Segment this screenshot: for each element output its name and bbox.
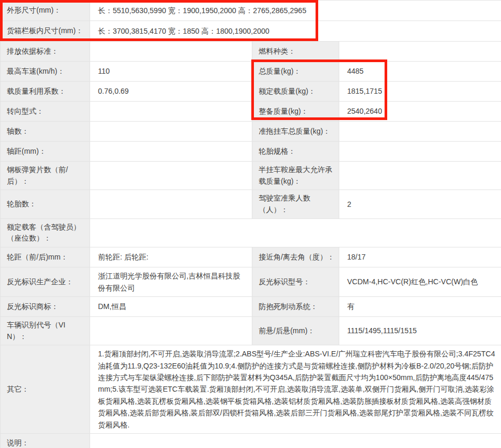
label-approach-departure-angle: 接近角/离去角（度）： [252, 247, 339, 267]
label-cab-passengers: 驾驶室准乘人数（人）： [252, 190, 339, 218]
label-rated-load-mass: 额定载质量(kg)： [252, 82, 339, 102]
value-tire-count [90, 190, 252, 218]
label-other-notes: 其它： [1, 345, 90, 434]
value-max-speed: 110 [90, 62, 252, 82]
label-front-rear-overhang: 前悬/后悬(mm)： [252, 316, 339, 345]
table-row: 轮胎数： 驾驶室准乘人数（人）： 2 [1, 190, 501, 218]
value-fuel-type [339, 42, 501, 62]
value-remarks [90, 434, 501, 448]
value-reflective-marking-manufacturer: 浙江道明光学股份有限公司,吉林恒昌科技股份有限公司 [90, 267, 252, 297]
table-row: 外形尺寸(mm)： 长：5510,5630,5990 宽：1900,1950,2… [1, 1, 501, 21]
label-remarks: 说明： [1, 434, 90, 448]
table-row: 载质量利用系数： 0.76,0.69 额定载质量(kg)： 1815,1715 [1, 82, 501, 102]
value-leaf-spring-count [90, 162, 252, 190]
label-cargo-inner-dimensions: 货箱栏板内尺寸(mm)： [1, 21, 90, 42]
value-wheelbase [90, 142, 252, 162]
value-reflective-marking-model: VCDM-4,HC-VC(R)红色,HC-VC(W)白色 [339, 267, 501, 297]
table-row: 反光标识生产企业： 浙江道明光学股份有限公司,吉林恒昌科技股份有限公司 反光标识… [1, 267, 501, 297]
label-load-utilization-factor: 载质量利用系数： [1, 82, 90, 102]
table-row: 轴距(mm)： 轮胎规格： [1, 142, 501, 162]
value-front-rear-overhang: 1115/1495,1115/1515 [339, 316, 501, 345]
label-tire-count: 轮胎数： [1, 190, 90, 218]
value-load-utilization-factor: 0.76,0.69 [90, 82, 252, 102]
value-tire-spec [339, 142, 501, 162]
label-exterior-dimensions: 外形尺寸(mm)： [1, 1, 90, 21]
table-row: 最高车速(km/h)： 110 总质量(kg)： 4485 [1, 62, 501, 82]
value-approach-departure-angle: 18/17 [339, 247, 501, 267]
table-row: 排放依据标准： 燃料种类： [1, 42, 501, 62]
label-rated-passengers: 额定载客（含驾驶员）（座位数）： [1, 218, 90, 247]
table-row: 转向型式： 整备质量(kg)： 2540,2640 [1, 102, 501, 122]
table-row: 轴数： 准拖挂车总质量(kg)： [1, 122, 501, 142]
table-row: 车辆识别代号（VIN）： 前悬/后悬(mm)： 1115/1495,1115/1… [1, 316, 501, 345]
label-trailer-total-mass: 准拖挂车总质量(kg)： [252, 122, 339, 142]
table-row: 反光标识商标： DM,恒昌 防抱死制动系统： 有 [1, 296, 501, 316]
table-row: 额定载客（含驾驶员）（座位数）： [1, 218, 501, 247]
vehicle-spec-table: 外形尺寸(mm)： 长：5510,5630,5990 宽：1900,1950,2… [0, 0, 501, 448]
label-semi-trailer-saddle-load: 半挂车鞍座最大允许承载质量(kg)： [252, 162, 339, 190]
label-leaf-spring-count: 钢板弹簧片数（前/后）： [1, 162, 90, 190]
value-semi-trailer-saddle-load [339, 162, 501, 190]
value-steering-type [90, 102, 252, 122]
label-curb-mass: 整备质量(kg)： [252, 102, 339, 122]
value-vin [90, 316, 252, 345]
label-steering-type: 转向型式： [1, 102, 90, 122]
label-tire-spec: 轮胎规格： [252, 142, 339, 162]
label-axle-count: 轴数： [1, 122, 90, 142]
value-cargo-inner-dimensions: 长：3700,3815,4170 宽：1850 高：1800,1900,2000 [90, 21, 501, 42]
value-rated-load-mass: 1815,1715 [339, 82, 501, 102]
label-reflective-marking-model: 反光标识型号： [252, 267, 339, 297]
label-total-mass: 总质量(kg)： [252, 62, 339, 82]
value-track-width: 前轮距: 后轮距: [90, 247, 252, 267]
label-reflective-marking-manufacturer: 反光标识生产企业： [1, 267, 90, 297]
label-wheelbase: 轴距(mm)： [1, 142, 90, 162]
label-track-width: 轮距（前/后)mm： [1, 247, 90, 267]
table-row: 轮距（前/后)mm： 前轮距: 后轮距: 接近角/离去角（度）： 18/17 [1, 247, 501, 267]
value-emission-standard [90, 42, 252, 62]
value-reflective-marking-brand: DM,恒昌 [90, 296, 252, 316]
value-other-notes: 1.货厢顶部封闭,不可开启,选装取消导流罩;2.ABS型号/生产企业:ABS-V… [90, 345, 501, 434]
label-fuel-type: 燃料种类： [252, 42, 339, 62]
table-row: 钢板弹簧片数（前/后）： 半挂车鞍座最大允许承载质量(kg)： [1, 162, 501, 190]
value-exterior-dimensions: 长：5510,5630,5990 宽：1900,1950,2000 高：2765… [90, 1, 501, 21]
table-row: 其它： 1.货厢顶部封闭,不可开启,选装取消导流罩;2.ABS型号/生产企业:A… [1, 345, 501, 434]
label-vin: 车辆识别代号（VIN）： [1, 316, 90, 345]
value-axle-count [90, 122, 252, 142]
value-abs-system: 有 [339, 296, 501, 316]
value-cab-passengers: 2 [339, 190, 501, 218]
table-row: 货箱栏板内尺寸(mm)： 长：3700,3815,4170 宽：1850 高：1… [1, 21, 501, 42]
value-trailer-total-mass [339, 122, 501, 142]
value-rated-passengers [90, 218, 501, 247]
label-abs-system: 防抱死制动系统： [252, 296, 339, 316]
table-row: 说明： [1, 434, 501, 448]
label-emission-standard: 排放依据标准： [1, 42, 90, 62]
value-total-mass: 4485 [339, 62, 501, 82]
label-reflective-marking-brand: 反光标识商标： [1, 296, 90, 316]
label-max-speed: 最高车速(km/h)： [1, 62, 90, 82]
value-curb-mass: 2540,2640 [339, 102, 501, 122]
